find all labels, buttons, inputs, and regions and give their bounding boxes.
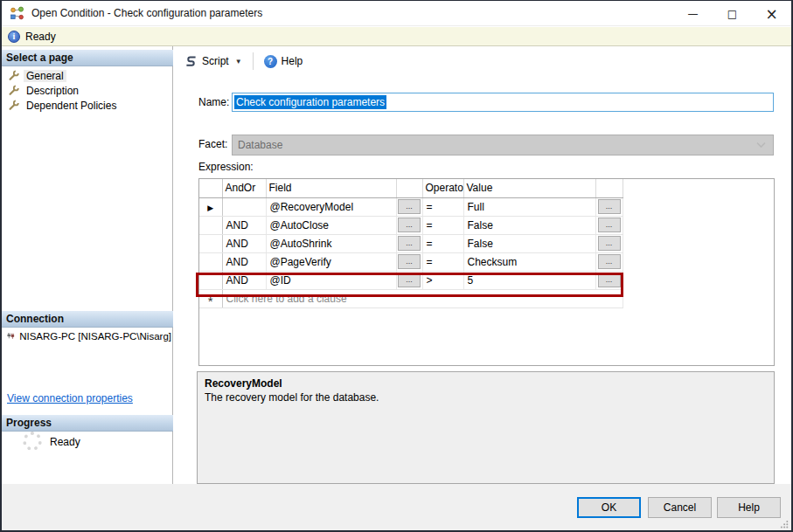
wrench-icon <box>8 100 19 111</box>
wrench-icon <box>8 70 19 81</box>
value-cell[interactable]: 5 <box>463 271 595 289</box>
row-selector-cell[interactable] <box>199 216 222 234</box>
row-selector-cell[interactable] <box>199 271 222 289</box>
operator-cell[interactable]: = <box>422 197 463 216</box>
andor-cell[interactable]: AND <box>222 252 266 271</box>
connection-header: Connection <box>2 311 173 328</box>
expression-row-id: AND@ID...>5... <box>199 271 623 289</box>
progress-header: Progress <box>2 415 173 432</box>
script-button[interactable]: Script ▼ <box>178 52 248 72</box>
sidebar-item-label: General <box>24 70 66 82</box>
andor-column-header[interactable]: AndOr <box>222 179 266 197</box>
main-toolbar: Script ▼ ? Help <box>174 46 791 76</box>
andor-cell[interactable]: AND <box>222 216 266 234</box>
operator-cell[interactable]: = <box>422 234 463 252</box>
value-ellipsis-button[interactable]: ... <box>598 236 621 251</box>
value-ellipsis-column-header <box>595 179 623 197</box>
value-column-header[interactable]: Value <box>463 179 595 197</box>
expression-row-autoclose: AND@AutoClose...=False... <box>199 216 623 234</box>
field-ellipsis-button[interactable]: ... <box>398 273 421 287</box>
connection-plug-icon <box>7 329 15 342</box>
view-connection-properties-link[interactable]: View connection properties <box>7 392 133 404</box>
cancel-button[interactable]: Cancel <box>648 497 712 518</box>
field-ellipsis-button[interactable]: ... <box>398 236 421 251</box>
facet-label: Facet: <box>198 138 227 150</box>
field-cell[interactable]: @PageVerify <box>266 252 396 271</box>
value-ellipsis-button[interactable]: ... <box>598 199 621 214</box>
operator-cell[interactable]: > <box>422 271 463 289</box>
field-column-header[interactable]: Field <box>266 179 396 197</box>
value-ellipsis-cell: ... <box>595 197 623 216</box>
operator-cell[interactable]: = <box>422 216 463 234</box>
expression-row-pageverify: AND@PageVerify...=Checksum... <box>199 252 623 271</box>
value-ellipsis-button[interactable]: ... <box>598 273 621 287</box>
sidebar-item-general[interactable]: General <box>2 68 173 83</box>
name-value-selected: Check configuration parameters <box>234 95 386 109</box>
value-cell[interactable]: False <box>463 234 595 252</box>
condition-app-icon <box>10 6 24 21</box>
resize-grip-icon[interactable] <box>780 520 789 529</box>
minimize-button[interactable]: — <box>673 1 713 26</box>
andor-cell[interactable]: AND <box>222 234 266 252</box>
operator-column-header[interactable]: Operator <box>422 179 463 197</box>
title-bar: Open Condition - Check configuration par… <box>2 1 791 26</box>
toolbar-separator <box>253 52 254 70</box>
main-pane: Script ▼ ? Help Name: Check configuratio… <box>174 46 791 484</box>
field-cell[interactable]: @ID <box>266 271 396 289</box>
maximize-button[interactable]: □ <box>713 1 752 26</box>
status-bar: i Ready <box>2 27 791 46</box>
andor-cell[interactable] <box>222 197 266 216</box>
field-ellipsis-button[interactable]: ... <box>398 254 421 269</box>
expression-panel: AndOr Field Operator Value ▶@RecoveryMod… <box>198 178 775 366</box>
select-a-page-header: Select a page <box>2 50 173 66</box>
selector-column-header <box>199 179 222 197</box>
help-footer-button[interactable]: Help <box>717 497 781 518</box>
value-cell[interactable]: Checksum <box>463 252 595 271</box>
script-icon <box>184 55 198 68</box>
name-label: Name: <box>198 96 229 108</box>
value-ellipsis-button[interactable]: ... <box>598 218 621 232</box>
facet-dropdown: Database <box>232 135 774 155</box>
value-ellipsis-cell: ... <box>595 234 623 252</box>
field-ellipsis-cell: ... <box>396 271 422 289</box>
operator-cell[interactable]: = <box>422 252 463 271</box>
sidebar-item-dependent-policies[interactable]: Dependent Policies <box>2 98 173 113</box>
value-cell[interactable]: False <box>463 216 595 234</box>
current-row-arrow-icon: ▶ <box>207 204 213 212</box>
new-clause-row[interactable]: *Click here to add a clause <box>199 289 623 307</box>
row-selector-cell[interactable] <box>199 252 222 271</box>
field-ellipsis-button[interactable]: ... <box>398 218 421 232</box>
progress-spinner-icon <box>23 432 42 451</box>
help-icon: ? <box>264 55 277 68</box>
value-ellipsis-button[interactable]: ... <box>598 254 621 269</box>
row-selector-cell[interactable] <box>199 234 222 252</box>
andor-cell[interactable]: AND <box>222 271 266 289</box>
value-ellipsis-cell: ... <box>595 216 623 234</box>
name-input[interactable]: Check configuration parameters <box>232 93 774 112</box>
close-button[interactable]: × <box>752 1 791 26</box>
field-ellipsis-cell: ... <box>396 252 422 271</box>
field-ellipsis-cell: ... <box>396 197 422 216</box>
row-selector-cell[interactable]: ▶ <box>199 197 222 216</box>
connection-server-name: NISARG-PC [NISARG-PC\Nisarg] <box>19 331 171 342</box>
window-controls: — □ × <box>673 1 791 26</box>
field-cell[interactable]: @AutoClose <box>266 216 396 234</box>
field-cell[interactable]: @RecoveryModel <box>266 197 396 216</box>
expression-row-recoverymodel: ▶@RecoveryModel...=Full... <box>199 197 623 216</box>
dialog-window: Open Condition - Check configuration par… <box>0 0 793 532</box>
script-label: Script <box>202 55 229 67</box>
help-button[interactable]: ? Help <box>258 52 310 72</box>
property-name: RecoveryModel <box>205 377 767 390</box>
expression-row-autoshrink: AND@AutoShrink...=False... <box>199 234 623 252</box>
field-ellipsis-cell: ... <box>396 234 422 252</box>
status-text: Ready <box>25 31 56 43</box>
field-cell[interactable]: @AutoShrink <box>266 234 396 252</box>
new-row-indicator-cell: * <box>199 289 222 307</box>
add-clause-cell[interactable]: Click here to add a clause <box>222 289 623 307</box>
ok-button[interactable]: OK <box>577 497 641 518</box>
sidebar-item-label: Description <box>24 85 81 97</box>
sidebar-item-description[interactable]: Description <box>2 83 173 98</box>
value-cell[interactable]: Full <box>463 197 595 216</box>
expression-grid: AndOr Field Operator Value ▶@RecoveryMod… <box>199 179 623 308</box>
field-ellipsis-button[interactable]: ... <box>398 199 421 214</box>
